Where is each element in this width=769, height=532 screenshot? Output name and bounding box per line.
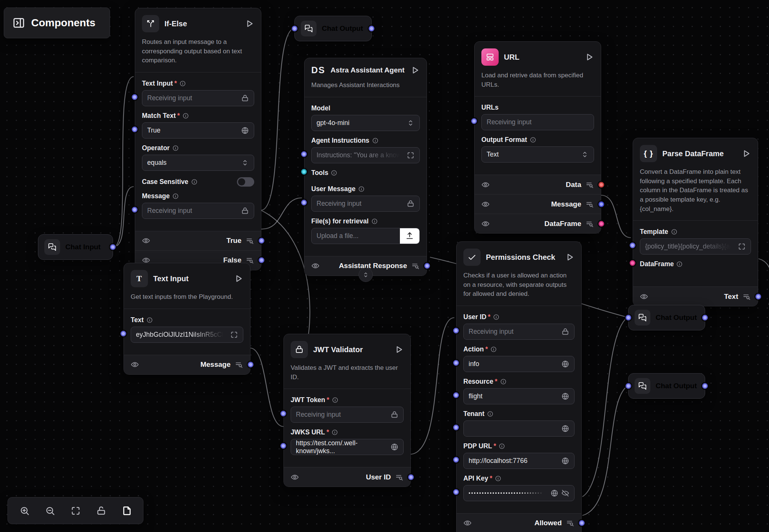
eye-icon[interactable] <box>291 473 299 481</box>
input-handle-pdp-url[interactable] <box>453 457 459 463</box>
message-field[interactable]: Receiving input <box>142 203 254 219</box>
input-handle[interactable] <box>626 315 631 321</box>
info-icon[interactable] <box>146 317 153 323</box>
info-icon[interactable] <box>487 411 493 417</box>
input-handle-jwt-token[interactable] <box>280 411 286 416</box>
eye-icon[interactable] <box>481 220 490 228</box>
output-handle[interactable] <box>369 26 374 32</box>
inspect-output-icon[interactable] <box>586 200 594 208</box>
input-handle-urls[interactable] <box>471 118 477 124</box>
run-node-button[interactable] <box>394 345 404 354</box>
jwks-url-field[interactable]: https://test.com/.well-known/jwks... <box>291 439 404 455</box>
globe-icon[interactable] <box>391 443 398 451</box>
text-value-field[interactable]: eyJhbGciOiJIUzI1NiIsInR5cCI6IkpX <box>131 327 243 343</box>
node-permissions-check[interactable]: Permissions Check Checks if a user is al… <box>456 241 582 532</box>
input-handle-text-input[interactable] <box>132 94 137 100</box>
run-node-button[interactable] <box>565 252 574 262</box>
eye-icon[interactable] <box>311 262 320 270</box>
output-handle-allowed[interactable] <box>579 520 585 526</box>
info-icon[interactable] <box>499 443 505 449</box>
info-icon[interactable] <box>332 397 338 403</box>
eye-icon[interactable] <box>131 360 139 369</box>
globe-icon[interactable] <box>550 489 558 497</box>
lock-canvas-button[interactable] <box>93 502 109 519</box>
inspect-output-icon[interactable] <box>246 237 254 245</box>
node-chat-output-bottom[interactable]: Chat Output <box>628 373 705 399</box>
urls-field[interactable]: Receiving input <box>481 114 594 130</box>
output-handle-data[interactable] <box>599 182 604 187</box>
inspect-output-icon[interactable] <box>566 519 574 527</box>
api-key-field[interactable]: •••••••••••••••••••••••••••• <box>463 485 574 501</box>
pdp-url-field[interactable]: http://localhost:7766 <box>463 453 574 469</box>
input-handle-tenant[interactable] <box>453 425 459 430</box>
components-panel-toggle[interactable]: Components <box>4 8 110 38</box>
info-icon[interactable] <box>371 218 378 225</box>
node-chat-output-top[interactable]: Chat Output <box>294 16 372 41</box>
output-handle[interactable] <box>110 244 116 250</box>
eye-icon[interactable] <box>463 519 472 527</box>
input-handle-agent-instructions[interactable] <box>301 151 307 157</box>
run-node-button[interactable] <box>234 274 243 283</box>
input-handle-text[interactable] <box>121 331 126 336</box>
user-message-field[interactable]: Receiving input <box>311 196 420 212</box>
info-icon[interactable] <box>493 314 499 320</box>
node-astra-assistant-agent[interactable]: DS Astra Assistant Agent Manages Assista… <box>304 58 427 276</box>
info-icon[interactable] <box>372 137 378 144</box>
input-handle[interactable] <box>626 383 631 389</box>
input-handle-template[interactable] <box>630 243 635 248</box>
input-handle-jwks-url[interactable] <box>280 443 286 449</box>
output-handle-assistant-response[interactable] <box>424 263 430 269</box>
inspect-output-icon[interactable] <box>586 181 594 189</box>
run-node-button[interactable] <box>741 149 751 158</box>
input-handle-tools[interactable] <box>301 169 307 175</box>
inspect-output-icon[interactable] <box>586 220 594 228</box>
eye-icon[interactable] <box>640 292 648 301</box>
resource-field[interactable]: flight <box>463 388 574 404</box>
output-handle-message[interactable] <box>599 201 604 207</box>
output-handle-message[interactable] <box>248 362 253 368</box>
input-handle-user-message[interactable] <box>301 200 307 205</box>
run-node-button[interactable] <box>244 19 254 29</box>
output-handle-false[interactable] <box>259 258 264 263</box>
output-format-select[interactable]: Text <box>481 146 594 163</box>
node-text-input[interactable]: T Text Input Get text inputs from the Pl… <box>124 263 250 375</box>
expand-icon[interactable] <box>407 151 415 159</box>
flow-canvas[interactable]: Components If-Else Routes an input messa… <box>0 0 769 532</box>
agent-instructions-field[interactable]: Instructions: "You are a knowledge <box>311 147 420 163</box>
output-handle[interactable] <box>702 383 708 389</box>
info-icon[interactable] <box>332 429 338 436</box>
info-icon[interactable] <box>172 145 179 151</box>
case-sensitive-toggle[interactable] <box>237 177 254 187</box>
upload-file-button[interactable] <box>400 228 419 244</box>
globe-icon[interactable] <box>561 392 569 400</box>
output-handle-user-id[interactable] <box>408 474 414 480</box>
info-icon[interactable] <box>495 475 501 482</box>
input-handle-match-text[interactable] <box>132 127 137 132</box>
globe-icon[interactable] <box>561 425 569 433</box>
user-id-field[interactable]: Receiving input <box>463 324 574 340</box>
add-note-button[interactable] <box>118 502 135 519</box>
info-icon[interactable] <box>490 346 497 353</box>
node-parse-dataframe[interactable]: { } Parse DataFrame Convert a DataFrame … <box>633 138 758 306</box>
fit-view-button[interactable] <box>67 502 84 519</box>
node-chat-input[interactable]: Chat Input <box>38 234 113 260</box>
operator-select[interactable]: equals <box>142 155 254 171</box>
input-handle-dataframe[interactable] <box>630 260 635 266</box>
node-chat-output-mid[interactable]: Chat Output <box>628 305 705 330</box>
output-handle[interactable] <box>702 315 708 321</box>
info-icon[interactable] <box>172 193 179 199</box>
globe-icon[interactable] <box>561 457 569 465</box>
node-jwt-validator[interactable]: JWT Validator Validates a JWT and extrac… <box>283 334 411 487</box>
inspect-output-icon[interactable] <box>412 262 420 270</box>
output-handle-text[interactable] <box>755 294 761 299</box>
inspect-output-icon[interactable] <box>743 292 751 301</box>
inspect-output-icon[interactable] <box>235 360 243 369</box>
info-icon[interactable] <box>358 186 365 192</box>
template-field[interactable]: {policy_title}{policy_details}{additi <box>640 238 751 255</box>
output-handle-dataframe[interactable] <box>599 221 604 226</box>
zoom-in-button[interactable] <box>16 502 33 519</box>
eye-icon[interactable] <box>481 200 490 208</box>
text-input-field[interactable]: Receiving input <box>142 90 254 106</box>
zoom-out-button[interactable] <box>42 502 58 519</box>
expand-icon[interactable] <box>738 243 746 250</box>
